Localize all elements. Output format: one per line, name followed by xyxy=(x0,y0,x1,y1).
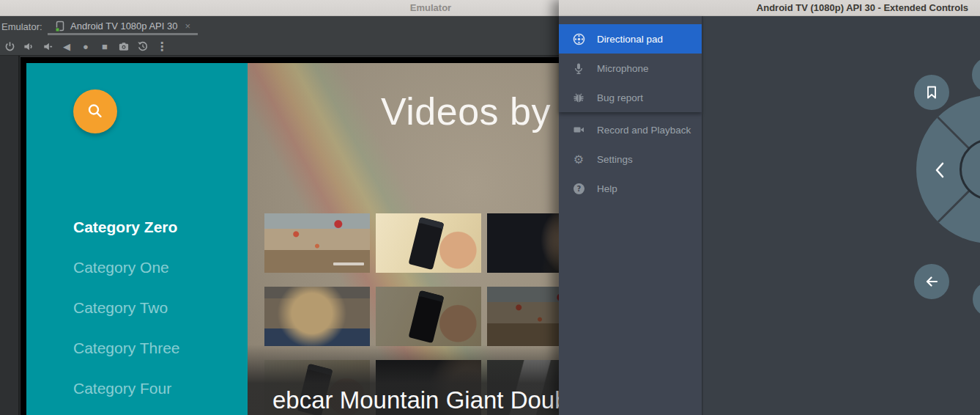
svg-text:?: ? xyxy=(576,185,581,193)
extended-controls-titlebar[interactable]: Android TV (1080p) API 30 - Extended Con… xyxy=(559,0,980,16)
kebab-menu-icon: ⋮ xyxy=(156,40,168,54)
bug-icon xyxy=(572,91,585,104)
chevron-left-icon xyxy=(935,161,945,179)
back-button-remote[interactable] xyxy=(914,264,949,299)
search-icon xyxy=(85,101,105,122)
help-icon: ? xyxy=(572,182,585,195)
category-item[interactable]: Category Zero xyxy=(73,207,242,247)
dpad-icon xyxy=(572,32,585,45)
video-row xyxy=(264,287,559,346)
menu-item-label: Directional pad xyxy=(597,34,663,45)
menu-group-tools: Record and Playback ⚙ Settings ? Help xyxy=(559,115,702,203)
back-icon: ◀ xyxy=(63,41,70,52)
tv-browse-backdrop: Videos by Y xyxy=(248,63,559,415)
close-tab-icon[interactable]: × xyxy=(182,21,190,32)
extended-controls-title: Android TV (1080p) API 30 - Extended Con… xyxy=(757,2,968,13)
videocam-icon xyxy=(572,123,585,136)
power-button[interactable] xyxy=(0,38,19,54)
extended-controls-window: Android TV (1080p) API 30 - Extended Con… xyxy=(559,0,980,415)
directional-pad-panel: ⚙ xyxy=(703,16,980,415)
category-item[interactable]: Category One xyxy=(73,247,242,287)
menu-item-help[interactable]: ? Help xyxy=(559,174,702,203)
video-thumbnail[interactable] xyxy=(376,287,481,346)
emulator-tab-strip-label: Emulator: xyxy=(1,21,42,32)
dpad-left-button[interactable] xyxy=(931,161,949,179)
snapshots-button[interactable] xyxy=(133,38,152,54)
menu-item-label: Record and Playback xyxy=(597,125,691,136)
menu-item-label: Settings xyxy=(597,154,633,165)
emulator-button-row: ◀ ● ■ xyxy=(0,37,559,56)
category-item[interactable]: Category Four xyxy=(73,368,242,408)
overview-square-icon: ■ xyxy=(102,41,108,52)
menu-item-record-playback[interactable]: Record and Playback xyxy=(559,115,702,144)
home-button[interactable]: ● xyxy=(76,38,95,54)
home-button-remote[interactable] xyxy=(973,282,980,317)
device-icon xyxy=(55,21,66,32)
emulator-window-title: Emulator xyxy=(410,2,451,13)
menu-item-bug-report[interactable]: Bug report xyxy=(559,83,702,112)
back-button[interactable]: ◀ xyxy=(57,38,76,54)
arrow-left-icon xyxy=(923,273,940,290)
volume-up-button[interactable] xyxy=(19,38,38,54)
bookmark-icon xyxy=(923,84,940,101)
gear-icon: ⚙ xyxy=(572,153,585,166)
power-icon xyxy=(4,41,15,52)
microphone-icon xyxy=(572,62,585,75)
screenshot-button[interactable] xyxy=(114,38,133,54)
emulator-device-tab[interactable]: Android TV 1080p API 30 × xyxy=(55,18,190,34)
menu-item-label: Help xyxy=(597,183,617,194)
search-button[interactable] xyxy=(73,89,117,133)
overview-button[interactable]: ■ xyxy=(95,38,114,54)
video-thumbnail[interactable] xyxy=(376,213,481,273)
tv-category-sidebar: Category Zero Category One Category Two … xyxy=(26,63,248,415)
video-row xyxy=(264,213,559,273)
emulator-titlebar[interactable]: Emulator xyxy=(0,0,559,16)
extended-controls-menu: Directional pad Microphone xyxy=(559,16,702,415)
video-thumbnail[interactable] xyxy=(487,213,559,273)
dpad-select-button[interactable] xyxy=(959,139,980,200)
home-circle-icon: ● xyxy=(83,41,89,52)
more-options-button[interactable]: ⋮ xyxy=(152,38,171,54)
volume-down-icon xyxy=(42,41,53,52)
video-thumbnail[interactable] xyxy=(264,287,370,346)
snapshot-restore-icon xyxy=(137,40,149,52)
menu-group-input: Directional pad Microphone xyxy=(559,16,702,112)
screen: Emulator Emulator: Android TV 1080p API … xyxy=(0,0,980,415)
category-item[interactable]: Category Three xyxy=(73,328,242,368)
video-row-title-clipped: ebcar Mountain Giant Double Hi... xyxy=(272,386,559,414)
menu-item-microphone[interactable]: Microphone xyxy=(559,54,702,83)
dpad-control[interactable] xyxy=(916,95,980,243)
emulator-window: Emulator Emulator: Android TV 1080p API … xyxy=(0,0,559,415)
volume-up-icon xyxy=(23,41,34,52)
bookmark-button[interactable] xyxy=(914,75,949,110)
category-item-clipped[interactable]: Category Five xyxy=(73,408,242,415)
camera-icon xyxy=(118,41,130,52)
pane-divider xyxy=(18,56,20,415)
menu-item-directional-pad[interactable]: Directional pad xyxy=(559,24,702,54)
profile-button[interactable] xyxy=(972,57,980,92)
volume-down-button[interactable] xyxy=(38,38,57,54)
device-tab-label: Android TV 1080p API 30 xyxy=(70,21,177,32)
category-list: Category Zero Category One Category Two … xyxy=(73,207,242,415)
emulator-toolbar: Emulator: Android TV 1080p API 30 × xyxy=(0,16,559,56)
video-thumbnail[interactable] xyxy=(264,213,370,273)
tv-screen: Videos by Y xyxy=(26,63,559,415)
browse-title: Videos by Y xyxy=(381,89,559,133)
menu-item-label: Bug report xyxy=(597,92,643,103)
category-item[interactable]: Category Two xyxy=(73,287,242,328)
menu-item-settings[interactable]: ⚙ Settings xyxy=(559,144,702,174)
active-tab-underline xyxy=(48,33,198,35)
video-thumbnail[interactable] xyxy=(487,287,559,346)
menu-item-label: Microphone xyxy=(597,63,649,74)
